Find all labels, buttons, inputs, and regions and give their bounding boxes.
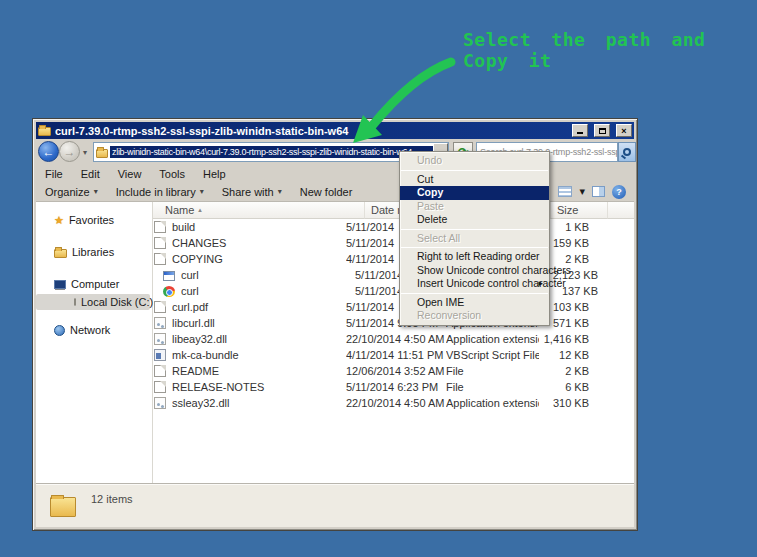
maximize-icon xyxy=(599,128,606,134)
menu-tools[interactable]: Tools xyxy=(150,168,194,180)
file-icon xyxy=(154,237,166,249)
file-icon xyxy=(154,365,166,377)
address-bar[interactable]: -zlib-winidn-static-bin-w64\curl-7.39.0-… xyxy=(93,142,449,162)
vbscript-icon xyxy=(154,349,166,361)
item-count: 12 items xyxy=(91,493,133,505)
table-row[interactable]: mk-ca-bundle4/11/2014 11:51 PMVBScript S… xyxy=(153,347,634,363)
menu-item-select-all[interactable]: Select All xyxy=(400,232,549,246)
preview-pane-icon[interactable] xyxy=(592,186,605,197)
maximize-button[interactable] xyxy=(594,124,610,137)
computer-icon xyxy=(54,280,66,289)
close-button[interactable]: × xyxy=(616,124,632,137)
organize-button[interactable]: Organize ▾ xyxy=(36,186,107,198)
column-header-blank[interactable] xyxy=(608,202,634,219)
star-icon: ★ xyxy=(54,215,64,226)
navigation-pane: ★ Favorites Libraries Computer Local Dis… xyxy=(36,202,153,483)
menu-separator xyxy=(401,170,548,171)
recent-pages-chevron-icon[interactable]: ▾ xyxy=(83,148,87,157)
dll-icon xyxy=(154,333,166,345)
sidebar-item-computer[interactable]: Computer xyxy=(36,276,152,292)
menu-item-delete[interactable]: Delete xyxy=(400,213,549,227)
back-button[interactable]: ← xyxy=(38,141,59,162)
folder-icon xyxy=(50,497,76,517)
table-row[interactable]: build5/11/20141 KB xyxy=(153,219,634,235)
submenu-arrow-icon: ▸ xyxy=(538,277,543,291)
table-row[interactable]: README12/06/2014 3:52 AMFile2 KB xyxy=(153,363,634,379)
help-icon[interactable]: ? xyxy=(612,185,626,199)
status-bar: 12 items xyxy=(36,483,634,527)
menu-item-show-unicode[interactable]: Show Unicode control characters xyxy=(400,264,549,278)
dll-icon xyxy=(154,397,166,409)
menu-item-insert-unicode[interactable]: Insert Unicode control character ▸ xyxy=(400,277,549,291)
network-icon xyxy=(54,325,65,336)
minimize-icon xyxy=(577,127,583,134)
menu-item-paste[interactable]: Paste xyxy=(400,200,549,214)
search-button[interactable] xyxy=(618,142,636,162)
menu-item-cut[interactable]: Cut xyxy=(400,173,549,187)
disk-drive-icon xyxy=(74,298,76,306)
file-icon xyxy=(154,221,166,233)
menu-item-reconversion[interactable]: Reconversion xyxy=(400,309,549,323)
menu-item-copy[interactable]: Copy xyxy=(400,186,549,200)
change-view-icon[interactable] xyxy=(558,186,572,197)
menu-item-rtl-reading-order[interactable]: Right to left Reading order xyxy=(400,250,549,264)
new-folder-button[interactable]: New folder xyxy=(291,186,362,198)
chevron-down-icon: ▾ xyxy=(94,187,98,196)
address-path-selected[interactable]: -zlib-winidn-static-bin-w64\curl-7.39.0-… xyxy=(110,146,433,158)
share-with-button[interactable]: Share with ▾ xyxy=(213,186,291,198)
chrome-html-icon xyxy=(163,286,175,297)
file-icon xyxy=(154,301,166,313)
table-row[interactable]: libeay32.dll22/10/2014 4:50 AMApplicatio… xyxy=(153,331,634,347)
application-icon xyxy=(163,271,175,281)
table-row[interactable]: libcurl.dll5/11/2014 9:05 PMApplication … xyxy=(153,315,634,331)
file-list: build5/11/20141 KB CHANGES5/11/2014159 K… xyxy=(153,219,634,483)
menu-separator xyxy=(401,293,548,294)
column-headers: Name ▴ Date modified Size xyxy=(153,202,634,219)
table-row[interactable]: ssleay32.dll22/10/2014 4:50 AMApplicatio… xyxy=(153,395,634,411)
chevron-down-icon: ▾ xyxy=(278,187,282,196)
table-row[interactable]: curl.pdf5/11/2014103 KB xyxy=(153,299,634,315)
file-list-pane: Name ▴ Date modified Size build5/11/2014… xyxy=(153,202,634,483)
folder-icon xyxy=(96,149,108,158)
column-header-size[interactable]: Size xyxy=(551,202,608,219)
column-header-name[interactable]: Name ▴ xyxy=(153,202,365,219)
desktop: Select the path and Copy it curl-7.39.0-… xyxy=(0,0,757,557)
context-menu: Undo Cut Copy Paste Delete Select All Ri… xyxy=(399,151,550,326)
dll-icon xyxy=(154,317,166,329)
forward-button[interactable]: → xyxy=(59,141,80,162)
minimize-button[interactable] xyxy=(572,124,588,137)
menu-separator xyxy=(401,229,548,230)
table-row[interactable]: CHANGES5/11/2014159 KB xyxy=(153,235,634,251)
sidebar-item-libraries[interactable]: Libraries xyxy=(36,244,152,260)
menu-file[interactable]: File xyxy=(36,168,72,180)
menu-view[interactable]: View xyxy=(109,168,151,180)
views-chevron-icon[interactable]: ▾ xyxy=(579,185,585,198)
sidebar-item-network[interactable]: Network xyxy=(36,322,152,338)
file-icon xyxy=(154,381,166,393)
chevron-down-icon: ▾ xyxy=(200,187,204,196)
include-in-library-button[interactable]: Include in library ▾ xyxy=(107,186,213,198)
file-icon xyxy=(154,253,166,265)
search-icon xyxy=(623,148,631,156)
menu-separator xyxy=(401,247,548,248)
title-bar[interactable]: curl-7.39.0-rtmp-ssh2-ssl-sspi-zlib-wini… xyxy=(36,122,634,139)
sidebar-item-local-disk-c[interactable]: Local Disk (C:) xyxy=(36,294,150,310)
table-row[interactable]: RELEASE-NOTES5/11/2014 6:23 PMFile6 KB xyxy=(153,379,634,395)
sidebar-item-favorites[interactable]: ★ Favorites xyxy=(36,212,152,228)
libraries-icon xyxy=(54,249,67,258)
folder-icon xyxy=(38,127,51,136)
menu-help[interactable]: Help xyxy=(194,168,235,180)
sort-ascending-icon: ▴ xyxy=(198,206,202,214)
menu-item-undo[interactable]: Undo xyxy=(400,154,549,168)
menu-edit[interactable]: Edit xyxy=(72,168,109,180)
annotation-text: Select the path and Copy it xyxy=(463,29,757,71)
menu-item-open-ime[interactable]: Open IME xyxy=(400,296,549,310)
window-title: curl-7.39.0-rtmp-ssh2-ssl-sspi-zlib-wini… xyxy=(55,125,566,137)
